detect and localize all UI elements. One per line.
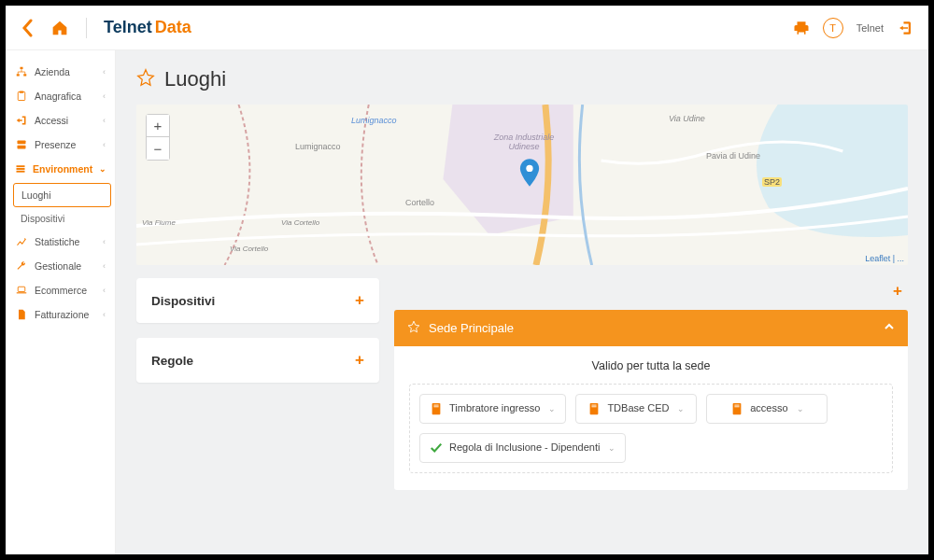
svg-rect-4 [20,91,24,92]
chip-accesso[interactable]: accesso ⌄ [706,394,828,424]
svg-rect-1 [17,74,20,76]
divider [86,18,87,38]
user-name: Telnet [856,22,884,34]
check-icon [430,441,443,455]
chip-label: TDBase CED [607,402,669,415]
map-label: Pavia di Udine [706,151,760,161]
star-icon[interactable] [136,68,155,91]
map-label: Lumignacco [295,142,341,151]
chevron-down-icon: ⌄ [797,404,804,413]
chevron-down-icon: ⌄ [677,404,685,413]
wrench-icon [15,260,28,272]
print-button[interactable] [793,20,810,36]
card-regole: Regole + [136,338,379,383]
sidebar-item-label: Ecommerce [35,285,87,296]
device-icon [587,402,601,415]
chevron-left-icon: ‹ [103,310,106,319]
sede-panel-body: Valido per tutta la sede Timbratore ingr… [394,346,908,490]
sidebar-item-accessi[interactable]: Accessi ‹ [9,108,111,133]
sidebar-item-statistiche[interactable]: Statistiche ‹ [9,230,111,254]
sidebar-subitem-dispositivi[interactable]: Dispositivi [13,207,111,230]
sidebar-item-label: Statistiche [35,236,79,247]
svg-rect-22 [735,406,740,407]
svg-rect-21 [735,405,740,406]
sidebar-item-presenze[interactable]: Presenze ‹ [9,133,111,157]
svg-rect-15 [433,405,438,406]
chevron-left-icon: ‹ [103,116,106,125]
chip-label: Timbratore ingresso [449,402,540,415]
collapse-button[interactable] [884,321,895,335]
svg-rect-7 [17,165,25,167]
brand-part1: Telnet [104,18,152,37]
svg-rect-19 [592,406,597,407]
svg-point-13 [526,165,532,172]
sede-panel-header[interactable]: Sede Principale [394,310,908,346]
star-outline-icon [407,320,420,336]
zoom-out-button[interactable]: − [147,137,169,160]
sidebar-item-fatturazione[interactable]: Fatturazione ‹ [9,302,111,327]
chip-regola[interactable]: Regola di Inclusione - Dipendenti ⌄ [419,433,626,463]
sidebar-item-label: Gestionale [35,260,81,272]
map-label: Lumignacco [351,116,397,125]
layers-icon [15,163,26,175]
login-icon [15,115,28,126]
chevron-down-icon: ⌄ [608,443,616,453]
sidebar-item-label: Azienda [35,66,70,77]
user-avatar[interactable]: T [823,18,843,38]
clipboard-icon [15,91,28,102]
svg-rect-2 [23,74,26,76]
map-label: Cortello [405,198,434,207]
main-content: Luoghi + − [116,50,928,554]
server-icon [15,139,28,150]
map-label: Via Cortello [230,245,268,253]
svg-rect-10 [18,287,25,291]
card-title: Dispositivi [151,294,215,308]
map-zoom-control: + − [146,114,170,161]
map-pin-icon[interactable] [519,159,540,190]
sidebar-item-label: Presenze [35,139,76,150]
map[interactable]: + − Lumignacco Lumignacco Cortello Zona … [136,105,908,265]
card-dispositivi: Dispositivi + [136,278,379,323]
chip-label: Regola di Inclusione - Dipendenti [449,441,600,455]
sidebar: Azienda ‹ Anagrafica ‹ Accessi ‹ Presenz… [6,50,116,554]
chevron-left-icon: ‹ [103,140,106,149]
home-button[interactable] [50,20,69,36]
device-icon [430,402,443,415]
chart-icon [15,236,28,247]
back-button[interactable] [21,19,34,37]
sidebar-item-ecommerce[interactable]: Ecommerce ‹ [9,278,111,302]
document-icon [15,309,28,320]
chip-tdbase[interactable]: TDBase CED ⌄ [575,394,697,424]
map-label: Via Cortello [281,218,319,227]
sede-title: Sede Principale [429,321,514,335]
svg-rect-9 [17,171,25,173]
sidebar-subitem-luoghi[interactable]: Luoghi [13,183,111,207]
map-label: Via Udine [669,114,705,123]
page-title-row: Luoghi [136,67,908,91]
sidebar-item-anagrafica[interactable]: Anagrafica ‹ [9,84,111,108]
sidebar-item-environment[interactable]: Environment ⌄ [9,157,111,181]
svg-rect-18 [592,405,597,406]
add-regola-button[interactable]: + [355,351,364,370]
sidebar-item-azienda[interactable]: Azienda ‹ [9,60,111,84]
zoom-in-button[interactable]: + [147,115,169,137]
laptop-icon [15,285,28,296]
sidebar-subitems: Luoghi Dispositivi [9,183,111,230]
chevron-left-icon: ‹ [103,67,106,77]
sidebar-item-label: Accessi [35,115,68,126]
sede-subtitle: Valido per tutta la sede [409,359,893,372]
sidebar-item-label: Fatturazione [35,309,89,320]
svg-rect-16 [433,406,438,407]
card-title: Regole [151,354,193,368]
chevron-left-icon: ‹ [103,91,106,101]
add-sede-button[interactable]: + [893,282,902,300]
chevron-left-icon: ‹ [103,237,106,246]
chevron-down-icon: ⌄ [99,164,106,174]
add-dispositivo-button[interactable]: + [355,291,364,310]
sitemap-icon [15,66,28,77]
svg-rect-5 [18,141,26,145]
sidebar-item-gestionale[interactable]: Gestionale ‹ [9,254,111,278]
logout-button[interactable] [897,20,913,36]
chip-timbratore[interactable]: Timbratore ingresso ⌄ [419,394,566,424]
svg-rect-6 [18,146,26,149]
